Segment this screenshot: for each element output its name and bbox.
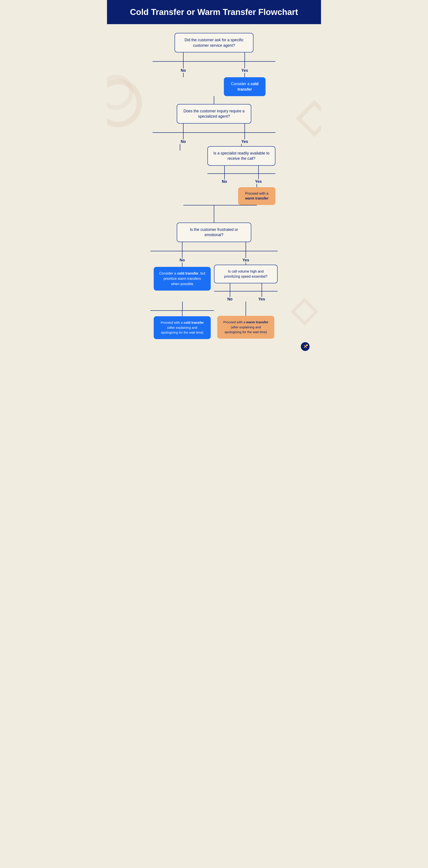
q5-text: Is call volume high and prioritizing spe… (224, 270, 267, 278)
q1-box: Did the customer ask for a specific cust… (174, 33, 254, 53)
x-logo: ✕ (300, 342, 310, 352)
q3-v-no2 (224, 174, 225, 179)
q1-v-yes (244, 53, 245, 61)
q4-v-in (214, 205, 214, 222)
q2-v-yes (244, 124, 245, 132)
q5-yes-label: Yes (258, 297, 265, 302)
q5-no-box-cont: Proceed with a cold transfer (after expl… (154, 311, 211, 339)
q1-yes-line-down (244, 73, 245, 77)
q5-no-result: Proceed with a cold transfer (after expl… (151, 302, 214, 339)
q2-no-cont (153, 144, 207, 151)
q4-v-no2 (182, 251, 183, 258)
q5-v-no (230, 283, 230, 291)
q1-v-yes2 (244, 62, 245, 68)
q4-no-branch: No (151, 242, 214, 262)
q5-yes-line-down (245, 302, 246, 316)
q5-no-v-top (182, 302, 183, 310)
q2-no-spacer (180, 144, 180, 151)
q1-v-no (183, 53, 184, 61)
q2-yes-label: Yes (241, 140, 248, 144)
q4-v-yes (245, 242, 246, 251)
header: Cold Transfer or Warm Transfer Flowchart (107, 0, 321, 24)
q2-box: Does the customer inquiry require a spec… (177, 104, 251, 124)
r4-no-text: Consider a cold transfer, but prioritize… (159, 272, 205, 286)
q3-yes-line-down (257, 184, 257, 187)
q4-connectors (137, 205, 291, 222)
q5-v-yes2 (262, 291, 262, 297)
q3-yes-label: Yes (255, 179, 262, 184)
q2-branch-connectors: No Yes (153, 124, 275, 144)
q1-no-line-down (183, 73, 184, 77)
x-logo-dot (306, 344, 308, 346)
q4-yes-line (245, 262, 246, 265)
flowchart-container: Did the customer ask for a specific cust… (107, 24, 321, 365)
cold-transfer-result-1: Consider a cold transfer (224, 77, 266, 96)
x-logo-svg: ✕ (300, 342, 310, 351)
q5-yes-branch: Yes (246, 283, 277, 302)
q4-yes-cont: Is call volume high and prioritizing spe… (214, 262, 277, 339)
q3-text: Is a specialist readily available to rec… (213, 151, 269, 161)
q1-section: Did the customer ask for a specific cust… (124, 33, 304, 96)
q2-line-in (214, 96, 214, 104)
q5-no-label: No (227, 297, 232, 302)
flowchart-grid: Did the customer ask for a specific cust… (124, 33, 304, 339)
q2-v-no (183, 124, 184, 132)
q5-no-branch: No (214, 283, 246, 302)
q2-section: Does the customer inquiry require a spec… (124, 96, 304, 205)
q4-yes-label: Yes (242, 258, 249, 262)
r5-yes-bold: warm transfer (246, 320, 268, 324)
q3-yes-branch: Yes (241, 166, 275, 184)
q4-v-yes2 (245, 251, 246, 258)
q4-branch-connectors: No Yes (151, 242, 277, 262)
q5-v-no2 (230, 291, 230, 297)
r1-yes-text: Consider a cold transfer (231, 82, 259, 92)
q4-no-result: Consider a cold transfer, but prioritize… (151, 262, 214, 290)
q5-box: Is call volume high and prioritizing spe… (214, 265, 277, 283)
page-title: Cold Transfer or Warm Transfer Flowchart (116, 7, 312, 17)
q1-v-no2 (183, 62, 184, 68)
q5-branch-connectors: No Yes (214, 283, 277, 302)
q3-box: Is a specialist readily available to rec… (207, 146, 275, 166)
q2-v-yes2 (244, 133, 245, 140)
q5-no-v-bottom (182, 311, 183, 316)
q1-branch-connectors: No Yes (153, 53, 275, 73)
q2-no-label: No (181, 140, 186, 144)
q4-no-line-down (182, 262, 183, 267)
q4-results-row: Consider a cold transfer, but prioritize… (151, 262, 277, 339)
cold-transfer-final: Proceed with a cold transfer (after expl… (154, 316, 211, 339)
q1-no-branch: No (153, 53, 214, 73)
q5-no-h-connector (151, 302, 214, 310)
q3-no-label: No (222, 179, 227, 184)
q2-no-branch: No (153, 124, 214, 144)
q3-branch-connectors: No Yes (207, 166, 275, 184)
q4-v-no (182, 242, 183, 251)
q1-text: Did the customer ask for a specific cust… (185, 38, 243, 48)
q4-h-top (183, 205, 257, 206)
q3-yes-result: Proceed with a warm transfer (238, 184, 275, 205)
q1-no-label: No (181, 68, 186, 73)
q5-results-row: Proceed with a cold transfer (after expl… (151, 302, 277, 339)
q4-box: Is the customer frustrated or emotional? (177, 222, 251, 242)
r3-yes-text: Proceed with a warm transfer (245, 192, 268, 200)
q2-yes-cont: Is a specialist readily available to rec… (207, 144, 275, 205)
q1-yes-branch: Yes (214, 53, 275, 73)
r5-yes-text: Proceed with a warm transfer (after expl… (223, 320, 268, 334)
q1-no-cont (153, 73, 214, 77)
q4-yes-branch: Yes (214, 242, 277, 262)
r5-no-text: Proceed with a cold transfer (after expl… (161, 321, 204, 335)
q3-results-row: Proceed with a warm transfer (207, 184, 275, 205)
q1-results-row: Consider a cold transfer (153, 73, 275, 96)
q3-v-yes (258, 166, 259, 174)
r4-no-bold: cold transfer (177, 272, 198, 275)
q2-branch-content: Is a specialist readily available to rec… (153, 144, 275, 205)
q4-no-label: No (179, 258, 185, 262)
footer-logo-area: ✕ (111, 339, 317, 352)
q2-v-no2 (183, 133, 184, 140)
page-wrapper: Cold Transfer or Warm Transfer Flowchart… (107, 0, 321, 365)
r1-yes-bold: cold transfer (237, 82, 259, 92)
q3-no-branch: No (207, 166, 241, 184)
cold-transfer-result-2: Consider a cold transfer, but prioritize… (154, 267, 211, 290)
q2-text: Does the customer inquiry require a spec… (184, 109, 245, 119)
q3-v-yes2 (258, 174, 259, 179)
warm-transfer-result-1: Proceed with a warm transfer (238, 187, 275, 205)
